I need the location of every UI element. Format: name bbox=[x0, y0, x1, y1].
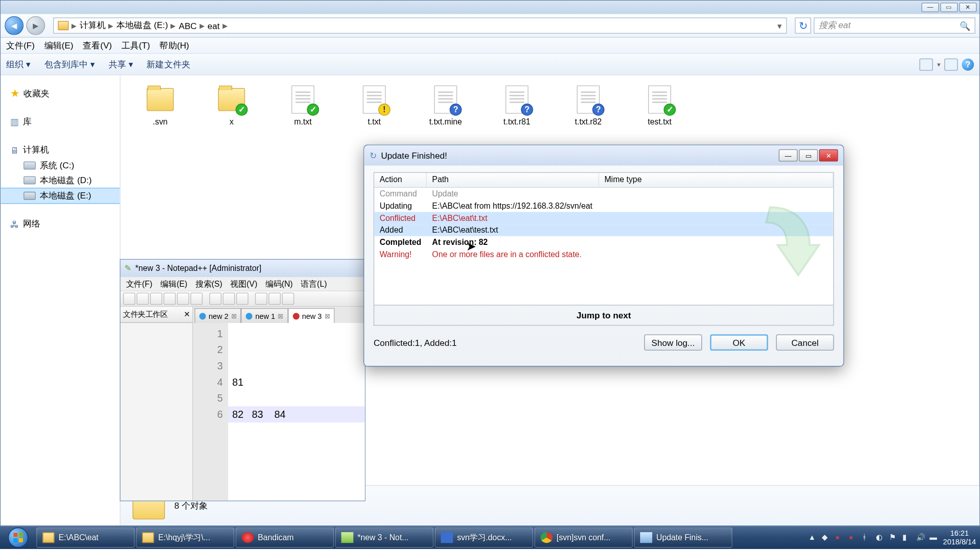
taskbar-item[interactable]: Bandicam bbox=[236, 528, 334, 548]
breadcrumb[interactable]: ▶ 计算机▶ 本地磁盘 (E:)▶ ABC▶ eat▶ ▾ bbox=[53, 17, 787, 34]
help-icon[interactable]: ? bbox=[962, 58, 974, 70]
tray-icon[interactable]: ◐ bbox=[876, 533, 885, 542]
tool-icon[interactable] bbox=[209, 293, 222, 305]
ok-button[interactable]: OK bbox=[710, 334, 768, 350]
sidebar-drive-e[interactable]: 本地磁盘 (E:) bbox=[1, 188, 119, 204]
tray-icon[interactable]: ● bbox=[836, 533, 845, 542]
sidebar-drive-d[interactable]: 本地磁盘 (D:) bbox=[1, 173, 119, 188]
file-item[interactable]: !t.txt bbox=[351, 85, 398, 127]
search-input[interactable]: 搜索 eat 🔍 bbox=[814, 17, 975, 34]
sidebar-favorites[interactable]: ★收藏夹 bbox=[1, 85, 119, 102]
tray-icon[interactable]: ● bbox=[849, 533, 858, 542]
file-item[interactable]: ?t.txt.r81 bbox=[494, 85, 541, 127]
tool-icon[interactable] bbox=[223, 293, 235, 305]
newfolder-button[interactable]: 新建文件夹 bbox=[146, 58, 190, 70]
battery-icon[interactable]: ▬ bbox=[929, 533, 939, 542]
maximize-button[interactable]: ▭ bbox=[940, 3, 958, 12]
taskbar-item[interactable]: [svn]svn conf... bbox=[534, 528, 633, 548]
system-tray[interactable]: ▲ ◆ ● ● ᚼ ◐ ⚑ ▮ 🔊 ▬ 16:21 2018/8/14 bbox=[808, 529, 979, 546]
forward-button[interactable]: ► bbox=[26, 16, 45, 35]
log-row[interactable]: CommandUpdate bbox=[374, 188, 833, 200]
tool-icon[interactable] bbox=[150, 293, 162, 305]
col-mime[interactable]: Mime type bbox=[599, 173, 834, 187]
breadcrumb-part[interactable]: 本地磁盘 (E:) bbox=[116, 19, 168, 32]
preview-pane-icon[interactable] bbox=[944, 58, 958, 70]
cancel-button[interactable]: Cancel bbox=[776, 334, 834, 350]
breadcrumb-part[interactable]: ABC bbox=[179, 20, 197, 31]
menu-file[interactable]: 文件(F) bbox=[6, 39, 35, 52]
sidebar-library[interactable]: ▥库 bbox=[1, 114, 119, 130]
menu-edit[interactable]: 编辑(E) bbox=[44, 39, 74, 52]
editor-tab[interactable]: new 1⊠ bbox=[241, 308, 288, 323]
editor-tab[interactable]: new 2⊠ bbox=[194, 308, 241, 323]
editor-tab[interactable]: new 3⊠ bbox=[288, 308, 334, 323]
close-button[interactable]: ✕ bbox=[819, 149, 838, 162]
file-item[interactable]: .svn bbox=[137, 85, 184, 127]
tool-icon[interactable] bbox=[177, 293, 189, 305]
taskbar-item[interactable]: svn学习.docx... bbox=[435, 528, 533, 548]
menu-tools[interactable]: 工具(T) bbox=[121, 39, 150, 52]
showlog-button[interactable]: Show log... bbox=[644, 334, 702, 350]
sidebar-computer[interactable]: 🖥计算机 bbox=[1, 142, 119, 158]
breadcrumb-part[interactable]: eat bbox=[208, 20, 220, 31]
close-button[interactable]: ✕ bbox=[959, 3, 976, 12]
col-path[interactable]: Path bbox=[427, 173, 599, 187]
tool-icon[interactable] bbox=[236, 293, 249, 305]
jump-to-next[interactable]: Jump to next bbox=[374, 306, 834, 326]
taskbar-item[interactable]: E:\hqyj\学习\... bbox=[136, 528, 234, 548]
menu-view[interactable]: 查看(V) bbox=[83, 39, 112, 52]
tool-icon[interactable] bbox=[123, 293, 135, 305]
close-tab-icon[interactable]: ⊠ bbox=[325, 312, 330, 320]
close-icon[interactable]: ✕ bbox=[184, 310, 190, 319]
network-icon[interactable]: ▮ bbox=[902, 533, 912, 542]
close-tab-icon[interactable]: ⊠ bbox=[278, 312, 283, 320]
minimize-button[interactable]: — bbox=[779, 149, 798, 162]
minimize-button[interactable]: — bbox=[921, 3, 939, 12]
back-button[interactable]: ◄ bbox=[5, 16, 23, 35]
file-item[interactable]: ✓x bbox=[208, 85, 255, 127]
dialog-titlebar[interactable]: ↻ Update Finished! — ▭ ✕ bbox=[364, 145, 843, 166]
tray-icon[interactable]: ◆ bbox=[822, 533, 831, 542]
tool-icon[interactable] bbox=[137, 293, 149, 305]
taskbar-item[interactable]: Update Finis... bbox=[634, 528, 732, 548]
npp-menu-item[interactable]: 语言(L) bbox=[301, 278, 327, 289]
tool-icon[interactable] bbox=[163, 293, 176, 305]
bluetooth-icon[interactable]: ᚼ bbox=[862, 533, 871, 542]
close-tab-icon[interactable]: ⊠ bbox=[231, 312, 237, 320]
menu-help[interactable]: 帮助(H) bbox=[159, 39, 189, 52]
editor[interactable]: 123456 81 82 83 84 bbox=[193, 323, 364, 500]
file-item[interactable]: ✓m.txt bbox=[279, 85, 326, 127]
npp-menu-item[interactable]: 编辑(E) bbox=[160, 278, 187, 289]
include-button[interactable]: 包含到库中 ▾ bbox=[44, 58, 95, 70]
organize-button[interactable]: 组织 ▾ bbox=[6, 58, 31, 70]
refresh-button[interactable]: ↻ bbox=[795, 17, 811, 34]
tool-icon[interactable] bbox=[282, 293, 295, 305]
action-center-icon[interactable]: ⚑ bbox=[889, 533, 898, 542]
code-area[interactable]: 81 82 83 84 bbox=[228, 323, 365, 500]
npp-menu-item[interactable]: 搜索(S) bbox=[195, 278, 223, 289]
file-item[interactable]: ✓test.txt bbox=[636, 85, 683, 127]
view-options-icon[interactable] bbox=[919, 58, 933, 70]
taskbar-item[interactable]: E:\ABC\eat bbox=[36, 528, 135, 548]
tool-icon[interactable] bbox=[190, 293, 203, 305]
volume-icon[interactable]: 🔊 bbox=[916, 533, 925, 542]
share-button[interactable]: 共享 ▾ bbox=[109, 58, 133, 70]
npp-titlebar[interactable]: ✎ *new 3 - Notepad++ [Administrator] bbox=[120, 260, 365, 277]
sidebar-drive-c[interactable]: 系统 (C:) bbox=[1, 158, 119, 173]
taskbar-item[interactable]: *new 3 - Not... bbox=[335, 528, 434, 548]
npp-menu-item[interactable]: 视图(V) bbox=[230, 278, 257, 289]
breadcrumb-part[interactable]: 计算机 bbox=[80, 19, 106, 32]
start-button[interactable] bbox=[2, 527, 35, 548]
maximize-button[interactable]: ▭ bbox=[799, 149, 818, 162]
tool-icon[interactable] bbox=[268, 293, 281, 305]
npp-menu-item[interactable]: 编码(N) bbox=[265, 278, 293, 289]
col-action[interactable]: Action bbox=[374, 173, 427, 187]
tray-up-icon[interactable]: ▲ bbox=[808, 533, 818, 542]
log-list[interactable]: Action Path Mime type CommandUpdateUpdat… bbox=[374, 172, 834, 306]
npp-menu-item[interactable]: 文件(F) bbox=[126, 278, 153, 289]
sidebar-network[interactable]: 🖧网络 bbox=[1, 216, 119, 232]
file-item[interactable]: ?t.txt.r82 bbox=[565, 85, 611, 127]
clock[interactable]: 16:21 2018/8/14 bbox=[943, 529, 976, 546]
file-item[interactable]: ?t.txt.mine bbox=[422, 85, 469, 127]
tool-icon[interactable] bbox=[255, 293, 267, 305]
